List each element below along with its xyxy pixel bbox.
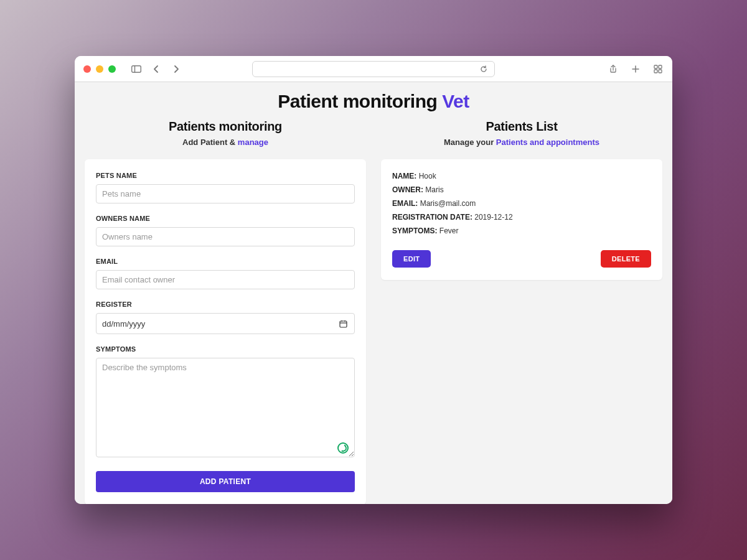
svg-rect-5 — [659, 65, 662, 68]
svg-rect-7 — [659, 70, 662, 73]
grammarly-icon[interactable] — [337, 442, 349, 454]
patient-owner-row: OWNER: Maris — [392, 185, 651, 194]
email-input[interactable] — [96, 270, 355, 289]
form-subheading: Add Patient & manage — [85, 138, 366, 147]
svg-rect-0 — [132, 65, 141, 72]
patient-symptoms-row: SYMPTOMS: Fever — [392, 226, 651, 235]
patient-card: NAME: Hook OWNER: Maris EMAIL: Maris@mai… — [381, 159, 662, 280]
new-tab-icon[interactable] — [630, 63, 641, 75]
symptoms-textarea[interactable] — [96, 358, 355, 457]
owner-name-input[interactable] — [96, 227, 355, 246]
page-content: Patient monitoring Vet Patients monitori… — [75, 82, 672, 504]
page-title: Patient monitoring Vet — [85, 91, 662, 112]
owner-name-label: OWNERS NAME — [96, 215, 355, 222]
calendar-icon[interactable] — [337, 318, 349, 329]
patient-name-row: NAME: Hook — [392, 172, 651, 180]
delete-button[interactable]: DELETE — [601, 250, 651, 268]
edit-button[interactable]: EDIT — [392, 250, 431, 268]
add-patient-button[interactable]: ADD PATIENT — [96, 471, 355, 492]
share-icon[interactable] — [608, 63, 619, 75]
sidebar-toggle-icon[interactable] — [131, 63, 142, 75]
list-heading: Patients List — [381, 119, 662, 134]
close-window-button[interactable] — [83, 65, 91, 73]
tabs-grid-icon[interactable] — [652, 63, 664, 75]
forward-icon[interactable] — [171, 63, 182, 75]
symptoms-label: SYMPTOMS — [96, 345, 355, 353]
page-title-main: Patient monitoring — [278, 91, 437, 111]
reload-icon[interactable] — [478, 63, 489, 75]
browser-window: Patient monitoring Vet Patients monitori… — [75, 56, 672, 504]
register-date-placeholder: dd/mm/yyyy — [102, 319, 145, 329]
list-column: Patients List Manage your Patients and a… — [381, 119, 662, 504]
minimize-window-button[interactable] — [96, 65, 103, 73]
list-subheading: Manage your Patients and appointments — [381, 138, 662, 147]
patient-regdate-row: REGISTRATION DATE: 2019-12-12 — [392, 213, 651, 222]
form-heading: Patients monitoring — [85, 119, 366, 134]
window-controls — [83, 65, 116, 73]
register-date-input[interactable]: dd/mm/yyyy — [96, 313, 355, 334]
svg-rect-4 — [654, 65, 657, 68]
form-column: Patients monitoring Add Patient & manage… — [85, 119, 366, 504]
form-card: PETS NAME OWNERS NAME EMAIL REGISTER — [85, 159, 366, 504]
url-bar[interactable] — [252, 61, 495, 77]
pet-name-label: PETS NAME — [96, 172, 355, 179]
svg-rect-6 — [654, 70, 657, 73]
maximize-window-button[interactable] — [108, 65, 116, 73]
page-title-accent: Vet — [442, 91, 469, 111]
pet-name-input[interactable] — [96, 184, 355, 203]
back-icon[interactable] — [151, 63, 162, 75]
register-label: REGISTER — [96, 301, 355, 308]
patient-email-row: EMAIL: Maris@mail.com — [392, 199, 651, 208]
svg-rect-8 — [340, 321, 347, 327]
email-label: EMAIL — [96, 258, 355, 265]
window-titlebar — [75, 56, 672, 82]
